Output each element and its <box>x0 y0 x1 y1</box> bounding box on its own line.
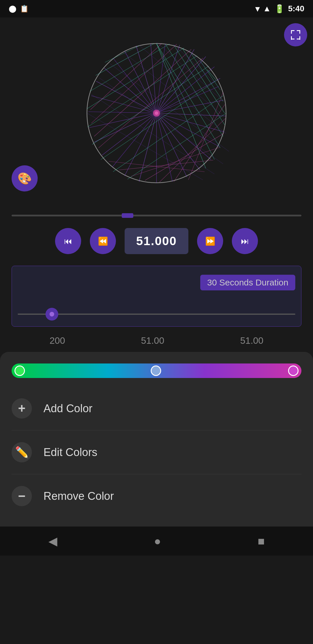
main-slider-area <box>0 209 313 222</box>
add-color-item[interactable]: + Add Color <box>12 387 301 430</box>
svg-line-22 <box>156 45 180 113</box>
remove-color-item[interactable]: − Remove Color <box>12 474 301 518</box>
rewind-button[interactable]: ⏪ <box>90 228 116 254</box>
svg-line-27 <box>113 58 156 113</box>
svg-rect-1 <box>291 30 292 34</box>
signal-icon: ▲ <box>263 4 271 13</box>
svg-line-19 <box>156 67 214 113</box>
svg-line-31 <box>88 112 156 113</box>
rewind-icon: ⏪ <box>98 236 108 246</box>
svg-line-70 <box>99 78 223 164</box>
color-gradient-bar[interactable] <box>12 363 301 378</box>
edit-colors-label: Edit Colors <box>43 446 97 459</box>
value-1: 200 <box>50 335 65 346</box>
value-2: 51.00 <box>141 335 164 346</box>
svg-line-48 <box>128 113 226 179</box>
home-button[interactable]: ● <box>154 535 161 548</box>
svg-line-18 <box>156 78 220 113</box>
add-color-icon: + <box>12 398 32 419</box>
svg-rect-3 <box>299 30 300 34</box>
bottom-panel: + Add Color ✏️ Edit Colors − Remove Colo… <box>0 352 313 527</box>
value-3: 51.00 <box>240 335 263 346</box>
skip-forward-button[interactable]: ⏭ <box>232 228 258 254</box>
duration-slider-thumb[interactable] <box>46 308 58 321</box>
svg-line-61 <box>188 92 223 180</box>
edit-colors-item[interactable]: ✏️ Edit Colors <box>12 430 301 474</box>
svg-line-16 <box>200 60 220 90</box>
svg-line-59 <box>91 44 177 123</box>
svg-rect-7 <box>299 36 300 40</box>
circle-icon: ⬤ <box>9 5 17 13</box>
svg-line-73 <box>139 45 224 116</box>
svg-line-30 <box>91 96 156 113</box>
battery-icon: 🔋 <box>274 4 285 14</box>
fullscreen-button[interactable] <box>284 23 307 46</box>
svg-line-76 <box>188 50 205 67</box>
svg-line-54 <box>90 44 170 91</box>
back-button[interactable]: ◀ <box>48 534 57 548</box>
svg-line-43 <box>156 113 219 146</box>
svg-line-56 <box>105 46 139 62</box>
svg-line-53 <box>87 48 184 109</box>
skip-forward-icon: ⏭ <box>241 236 249 246</box>
status-bar: ⬤ 📋 ▾ ▲ 🔋 5:40 <box>0 0 313 17</box>
color-bar-container <box>12 361 301 387</box>
svg-line-64 <box>145 133 224 180</box>
svg-line-45 <box>156 113 226 116</box>
fast-forward-button[interactable]: ⏩ <box>197 228 223 254</box>
svg-line-47 <box>156 86 219 113</box>
add-color-label: Add Color <box>43 402 92 415</box>
duration-box: 30 Seconds Duration <box>12 266 301 327</box>
status-left: ⬤ 📋 <box>9 5 29 13</box>
palette-icon: 🎨 <box>17 172 32 185</box>
skip-back-button[interactable]: ⏮ <box>55 228 81 254</box>
skip-back-icon: ⏮ <box>64 236 72 246</box>
duration-label: 30 Seconds Duration <box>200 275 295 290</box>
palette-button[interactable]: 🎨 <box>12 165 38 191</box>
color-stop-left[interactable] <box>14 366 25 376</box>
color-stop-mid[interactable] <box>151 366 161 376</box>
nav-bar: ◀ ● ■ <box>0 527 313 556</box>
fast-forward-icon: ⏩ <box>205 236 215 246</box>
remove-color-icon: − <box>12 486 32 506</box>
fullscreen-icon <box>290 29 301 41</box>
remove-color-label: Remove Color <box>43 490 114 502</box>
duration-slider-track[interactable] <box>18 314 295 315</box>
svg-point-78 <box>155 111 158 115</box>
spirograph-visualization: // This won't run inside SVG, so we draw… <box>81 38 232 189</box>
values-row: 200 51.00 51.00 <box>0 332 313 352</box>
svg-line-24 <box>151 44 156 113</box>
edit-colors-icon: ✏️ <box>12 442 32 462</box>
clock: 5:40 <box>288 4 304 13</box>
svg-line-11 <box>156 44 206 168</box>
color-stop-right[interactable] <box>288 366 299 376</box>
visualization-area: // This won't run inside SVG, so we draw… <box>0 17 313 209</box>
main-slider-track[interactable] <box>12 215 301 216</box>
svg-line-40 <box>156 113 187 177</box>
transport-controls: ⏮ ⏪ 51.000 ⏩ ⏭ <box>0 222 313 260</box>
svg-line-57 <box>99 58 203 148</box>
recent-button[interactable]: ■ <box>258 535 265 548</box>
time-display: 51.000 <box>125 228 188 254</box>
wifi-icon: ▾ <box>255 4 259 14</box>
svg-rect-5 <box>291 36 292 40</box>
clipboard-icon: 📋 <box>20 5 29 13</box>
status-right: ▾ ▲ 🔋 5:40 <box>255 4 304 14</box>
spirograph-svg: // This won't run inside SVG, so we draw… <box>81 38 232 189</box>
main-slider-thumb[interactable] <box>122 213 133 218</box>
svg-line-68 <box>87 113 203 180</box>
